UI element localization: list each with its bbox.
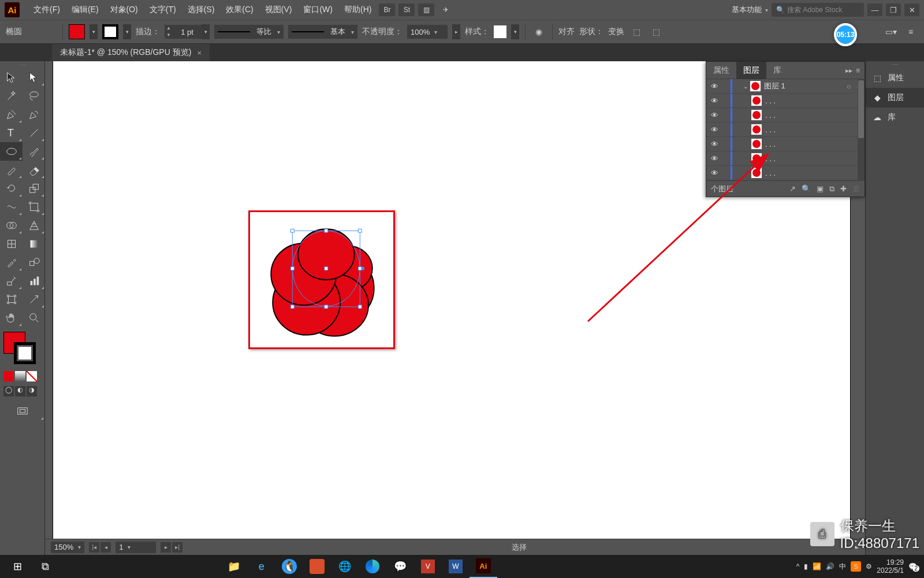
menu-view[interactable]: 视图(V) [259,2,298,17]
recolor-icon[interactable]: ◉ [531,25,546,39]
align-label[interactable]: 对齐 [558,27,575,37]
visibility-toggle[interactable]: 👁 [706,97,722,105]
delete-layer-icon[interactable]: 🗑 [852,184,860,194]
collapse-icon[interactable]: ▸▸ [845,66,852,75]
fill-swatch-menu[interactable]: ▾ [90,24,98,39]
gradient-tool[interactable] [23,235,45,253]
sublayer-row[interactable]: 👁. . .○ [706,166,865,180]
window-minimize[interactable]: — [867,3,882,16]
gpu-icon[interactable]: ✈ [438,3,454,16]
layer-thumbnail[interactable] [751,124,762,135]
layer-thumbnail[interactable] [751,139,762,149]
visibility-toggle[interactable]: 👁 [706,154,722,163]
tray-battery-icon[interactable]: ▮ [804,562,808,570]
dock-libraries[interactable]: ☁库 [866,108,924,127]
dock-properties[interactable]: ⬚属性 [866,68,924,88]
layer-thumbnail[interactable] [751,110,762,120]
width-tool[interactable] [0,198,23,216]
taskbar-chrome[interactable]: 🌐 [331,555,359,578]
window-close[interactable]: ✕ [904,3,919,16]
document-tab[interactable]: 未标题-1* @ 150% (RGB/GPU 预览) × [52,44,210,61]
zoom-tool[interactable] [23,309,45,327]
isolate-icon[interactable]: ⬚ [629,25,644,39]
locate-object-icon[interactable]: ↗ [789,184,796,194]
arrange-icon[interactable]: ▥ [418,3,434,16]
perspective-tool[interactable] [23,216,45,235]
sublayer-row[interactable]: 👁. . .○ [706,137,865,151]
stroke-swatch-menu[interactable]: ▾ [123,24,131,39]
paintbrush-tool[interactable] [23,142,45,161]
eyedropper-tool[interactable] [0,253,23,272]
artboard-number[interactable]: 1 [116,542,156,553]
tray-notifications-icon[interactable]: 💬2 [908,562,917,570]
panel-scrollbar[interactable] [858,79,865,180]
layer-name[interactable]: 图层 1 [764,81,844,91]
system-tray[interactable]: ^ ▮ 📶 🔊 中 S ⚙ 19:292022/5/1 💬2 [796,558,921,575]
sublayer-name[interactable]: . . . [765,111,854,120]
new-layer-icon[interactable]: ✚ [840,184,847,194]
sublayer-name[interactable]: . . . [765,169,854,177]
transform-label[interactable]: 变换 [608,27,624,37]
gradient-mode-icon[interactable] [15,371,25,381]
window-restore[interactable]: ❐ [886,3,901,16]
color-mode-icon[interactable] [3,371,14,381]
new-sublayer-icon[interactable]: ⧉ [829,184,834,194]
eraser-tool[interactable] [23,161,45,179]
search-layer-icon[interactable]: 🔍 [802,184,811,194]
sublayer-name[interactable]: . . . [765,125,854,134]
sublayer-row[interactable]: 👁. . .○ [706,123,865,137]
graph-tool[interactable] [23,272,45,290]
stroke-profile-dropdown[interactable]: 等比 [214,25,284,39]
ellipse-tool[interactable] [0,142,23,161]
sublayer-name[interactable]: . . . [765,97,854,105]
visibility-toggle[interactable]: 👁 [706,140,722,149]
shape-builder-tool[interactable] [0,216,23,235]
workspace-switcher[interactable]: 基本功能 [728,3,772,17]
free-transform-tool[interactable] [23,198,45,216]
make-clip-icon[interactable]: ▣ [817,184,824,194]
menu-edit[interactable]: 编辑(E) [66,2,105,17]
stroke-weight-stepper[interactable]: ▲▼ 1 pt ▾ [165,25,210,39]
screen-mode-icon[interactable] [0,402,44,421]
rotate-tool[interactable] [0,179,23,198]
tray-settings-icon[interactable]: ⚙ [866,562,872,570]
panel-menu-icon[interactable]: ≡ [903,25,918,39]
menu-type[interactable]: 文字(T) [144,2,182,17]
stock-icon[interactable]: St [398,3,415,16]
taskbar-explorer[interactable]: 📁 [220,555,248,578]
artboard-nav[interactable]: |◂ ◂ [89,542,111,553]
fill-swatch[interactable] [69,24,85,39]
sublayer-row[interactable]: 👁. . .○ [706,108,865,123]
first-icon[interactable]: |◂ [89,542,99,553]
visibility-toggle[interactable]: 👁 [706,82,722,91]
layers-list[interactable]: 👁 ⌄ 图层 1 ○ ■ 👁. . .○👁. . .○👁. . .○👁. . .… [706,79,865,180]
pen-tool[interactable] [0,105,23,124]
disclosure-icon[interactable]: ⌄ [741,83,750,90]
panel-mode-icon[interactable]: ▭▾ [884,25,899,39]
menu-effect[interactable]: 效果(C) [220,2,259,17]
stroke-proxy[interactable] [14,342,36,364]
type-tool[interactable]: T [0,124,23,142]
style-swatch[interactable] [494,25,506,38]
taskbar-word[interactable]: W [442,555,470,578]
last-icon[interactable]: ▸| [172,542,182,553]
isolate2-icon[interactable]: ⬚ [649,25,664,39]
close-icon[interactable]: × [197,49,202,57]
prev-icon[interactable]: ◂ [100,542,111,553]
tray-volume-icon[interactable]: 🔊 [826,562,834,570]
menu-object[interactable]: 对象(O) [105,2,144,17]
layer-thumbnail[interactable] [751,153,762,164]
next-icon[interactable]: ▸ [161,542,171,553]
bridge-icon[interactable]: Br [379,3,395,16]
task-view-icon[interactable]: ⧉ [31,555,59,578]
zoom-dropdown[interactable]: 150% [51,542,84,553]
sublayer-name[interactable]: . . . [765,140,854,149]
target-icon[interactable]: ○ [844,82,854,91]
line-tool[interactable] [23,124,45,142]
layer-thumbnail[interactable] [751,168,762,178]
direct-selection-tool[interactable] [23,68,45,87]
blend-tool[interactable] [23,253,45,272]
opacity-value[interactable]: 100% [407,25,448,39]
opacity-more[interactable]: ▸ [452,24,460,39]
visibility-toggle[interactable]: 👁 [706,169,722,177]
